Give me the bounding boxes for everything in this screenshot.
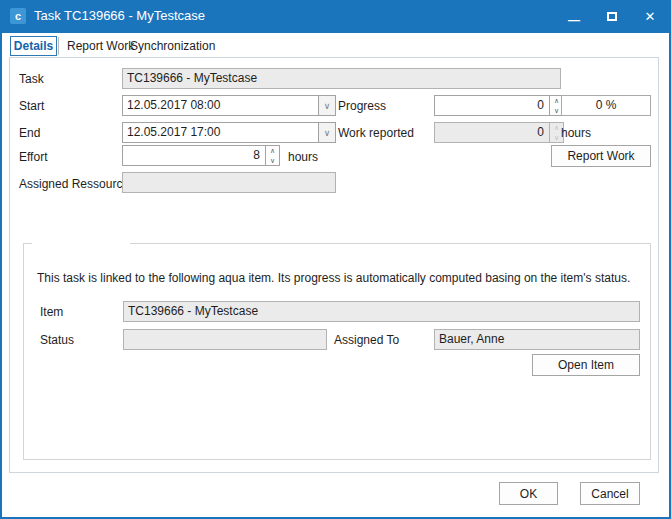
- task-label: Task: [19, 72, 44, 86]
- assigned-ressource-label: Assigned Ressource: [19, 177, 129, 191]
- details-tab-page: Task TC139666 - MyTestcase Start 12.05.2…: [9, 57, 659, 473]
- status-field: [123, 329, 327, 350]
- maximize-icon: [607, 12, 617, 21]
- end-datetime-input[interactable]: 12.05.2017 17:00 ∨: [122, 122, 336, 143]
- item-label: Item: [40, 305, 63, 319]
- spinner-down-icon[interactable]: ∨: [266, 156, 279, 166]
- item-field: TC139666 - MyTestcase: [123, 301, 640, 322]
- start-datetime-input[interactable]: 12.05.2017 08:00 ∨: [122, 95, 336, 116]
- progress-value: 0: [435, 96, 549, 115]
- report-work-button[interactable]: Report Work: [551, 145, 651, 167]
- task-field: TC139666 - MyTestcase: [122, 68, 561, 89]
- minimize-icon: —: [568, 13, 580, 27]
- minimize-button[interactable]: —: [563, 7, 585, 27]
- spinner-up-icon[interactable]: ∧: [266, 146, 279, 156]
- maximize-button[interactable]: [601, 7, 623, 27]
- titlebar: c Task TC139666 - MyTestcase — ✕: [0, 0, 671, 33]
- task-dialog-window: c Task TC139666 - MyTestcase — ✕ Details…: [0, 0, 671, 519]
- tab-details[interactable]: Details: [10, 36, 57, 56]
- status-label: Status: [40, 333, 74, 347]
- tab-separator: [58, 37, 59, 55]
- assigned-to-field: Bauer, Anne: [434, 329, 640, 350]
- tab-synchronization[interactable]: Synchronization: [130, 39, 215, 53]
- end-datetime-value: 12.05.2017 17:00: [123, 123, 318, 142]
- cancel-button[interactable]: Cancel: [580, 482, 640, 505]
- chevron-down-icon[interactable]: ∨: [318, 123, 335, 142]
- effort-spinner[interactable]: 8 ∧ ∨: [122, 145, 280, 166]
- ok-button[interactable]: OK: [499, 482, 558, 505]
- window-title: Task TC139666 - MyTestcase: [34, 8, 205, 23]
- work-reported-label: Work reported: [338, 126, 414, 140]
- assigned-to-label: Assigned To: [334, 333, 399, 347]
- tab-report-work[interactable]: Report Work: [67, 39, 134, 53]
- close-button[interactable]: ✕: [639, 7, 661, 27]
- groupbox-caption-gap: [32, 243, 130, 244]
- start-datetime-value: 12.05.2017 08:00: [123, 96, 318, 115]
- start-label: Start: [19, 99, 44, 113]
- effort-label: Effort: [19, 150, 47, 164]
- effort-unit-label: hours: [288, 150, 318, 164]
- assigned-ressource-field: [122, 172, 336, 193]
- linked-item-description: This task is linked to the following aqu…: [37, 271, 637, 285]
- progress-spinner[interactable]: 0 ∧ ∨: [434, 95, 564, 116]
- work-reported-value: 0: [435, 123, 549, 142]
- work-reported-unit-label: hours: [561, 126, 591, 140]
- open-item-button[interactable]: Open Item: [532, 354, 640, 376]
- effort-value: 8: [123, 146, 265, 165]
- chevron-down-icon[interactable]: ∨: [318, 96, 335, 115]
- end-label: End: [19, 126, 40, 140]
- aqua-app-icon: c: [10, 8, 26, 24]
- progress-percent-field: 0 %: [561, 95, 651, 116]
- close-icon: ✕: [645, 9, 656, 24]
- work-reported-spinner: 0 ∧ ∨: [434, 122, 564, 143]
- linked-item-groupbox: This task is linked to the following aqu…: [23, 243, 651, 460]
- progress-label: Progress: [338, 99, 386, 113]
